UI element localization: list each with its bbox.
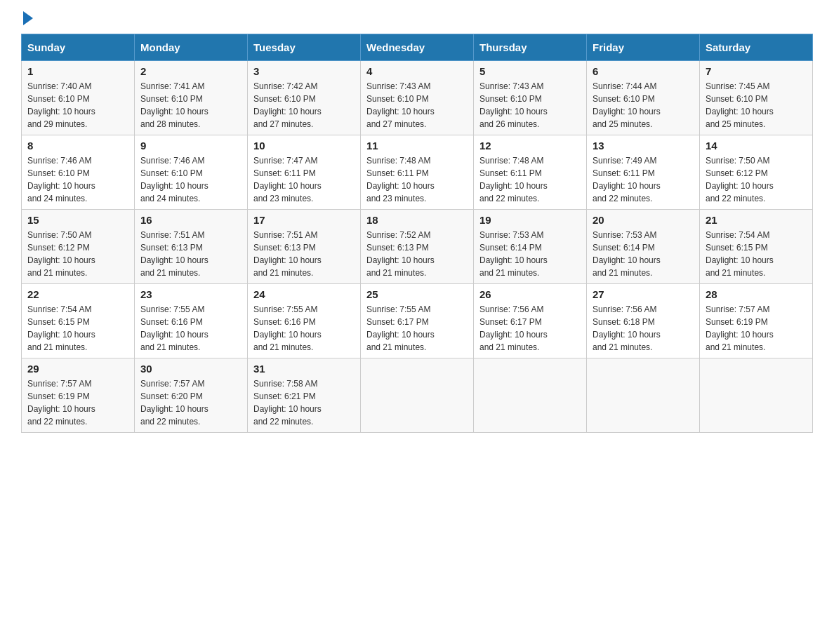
day-info: Sunrise: 7:57 AMSunset: 6:19 PMDaylight:… [27, 377, 128, 428]
calendar-cell: 28Sunrise: 7:57 AMSunset: 6:19 PMDayligh… [700, 284, 813, 358]
day-info: Sunrise: 7:49 AMSunset: 6:11 PMDaylight:… [593, 154, 694, 205]
day-info: Sunrise: 7:51 AMSunset: 6:13 PMDaylight:… [253, 229, 355, 279]
day-number: 31 [253, 363, 355, 375]
day-number: 25 [366, 288, 468, 300]
calendar-cell: 4Sunrise: 7:43 AMSunset: 6:10 PMDaylight… [361, 61, 474, 135]
day-info: Sunrise: 7:55 AMSunset: 6:16 PMDaylight:… [253, 303, 355, 354]
column-header-wednesday: Wednesday [361, 34, 474, 61]
day-info: Sunrise: 7:58 AMSunset: 6:21 PMDaylight:… [253, 377, 355, 428]
day-info: Sunrise: 7:56 AMSunset: 6:17 PMDaylight:… [479, 303, 581, 354]
header [21, 14, 813, 22]
calendar-cell: 6Sunrise: 7:44 AMSunset: 6:10 PMDaylight… [587, 61, 700, 135]
day-number: 23 [140, 288, 241, 300]
day-number: 13 [593, 140, 694, 152]
day-number: 8 [27, 140, 128, 152]
day-info: Sunrise: 7:54 AMSunset: 6:15 PMDaylight:… [27, 303, 128, 354]
calendar-cell [700, 358, 813, 433]
calendar-week-row: 29Sunrise: 7:57 AMSunset: 6:19 PMDayligh… [22, 358, 813, 433]
day-number: 9 [140, 140, 241, 152]
day-number: 14 [706, 140, 807, 152]
day-number: 2 [140, 65, 241, 77]
calendar-week-row: 8Sunrise: 7:46 AMSunset: 6:10 PMDaylight… [22, 135, 813, 210]
day-info: Sunrise: 7:48 AMSunset: 6:11 PMDaylight:… [479, 154, 581, 205]
calendar-cell: 10Sunrise: 7:47 AMSunset: 6:11 PMDayligh… [248, 135, 361, 210]
day-number: 7 [706, 65, 807, 77]
calendar-cell: 30Sunrise: 7:57 AMSunset: 6:20 PMDayligh… [135, 358, 248, 433]
day-number: 28 [706, 288, 807, 300]
calendar-cell: 26Sunrise: 7:56 AMSunset: 6:17 PMDayligh… [474, 284, 587, 358]
day-number: 3 [253, 65, 355, 77]
calendar-header-row: SundayMondayTuesdayWednesdayThursdayFrid… [22, 34, 813, 61]
calendar-cell: 24Sunrise: 7:55 AMSunset: 6:16 PMDayligh… [248, 284, 361, 358]
day-info: Sunrise: 7:57 AMSunset: 6:20 PMDaylight:… [140, 377, 241, 428]
column-header-saturday: Saturday [700, 34, 813, 61]
day-info: Sunrise: 7:53 AMSunset: 6:14 PMDaylight:… [593, 229, 694, 279]
day-number: 21 [706, 214, 807, 226]
day-info: Sunrise: 7:45 AMSunset: 6:10 PMDaylight:… [706, 80, 807, 130]
day-info: Sunrise: 7:48 AMSunset: 6:11 PMDaylight:… [366, 154, 468, 205]
day-number: 26 [479, 288, 581, 300]
day-info: Sunrise: 7:56 AMSunset: 6:18 PMDaylight:… [593, 303, 694, 354]
calendar-cell: 16Sunrise: 7:51 AMSunset: 6:13 PMDayligh… [135, 210, 248, 284]
calendar-cell: 31Sunrise: 7:58 AMSunset: 6:21 PMDayligh… [248, 358, 361, 433]
day-info: Sunrise: 7:50 AMSunset: 6:12 PMDaylight:… [706, 154, 807, 205]
calendar-cell [587, 358, 700, 433]
calendar-cell [474, 358, 587, 433]
calendar-table: SundayMondayTuesdayWednesdayThursdayFrid… [21, 34, 813, 433]
day-number: 5 [479, 65, 581, 77]
calendar-cell: 3Sunrise: 7:42 AMSunset: 6:10 PMDaylight… [248, 61, 361, 135]
day-info: Sunrise: 7:55 AMSunset: 6:17 PMDaylight:… [366, 303, 468, 354]
day-number: 29 [27, 363, 128, 375]
calendar-week-row: 22Sunrise: 7:54 AMSunset: 6:15 PMDayligh… [22, 284, 813, 358]
day-number: 12 [479, 140, 581, 152]
calendar-cell: 7Sunrise: 7:45 AMSunset: 6:10 PMDaylight… [700, 61, 813, 135]
calendar-cell: 21Sunrise: 7:54 AMSunset: 6:15 PMDayligh… [700, 210, 813, 284]
column-header-monday: Monday [135, 34, 248, 61]
day-number: 10 [253, 140, 355, 152]
calendar-cell: 20Sunrise: 7:53 AMSunset: 6:14 PMDayligh… [587, 210, 700, 284]
day-info: Sunrise: 7:53 AMSunset: 6:14 PMDaylight:… [479, 229, 581, 279]
day-info: Sunrise: 7:50 AMSunset: 6:12 PMDaylight:… [27, 229, 128, 279]
calendar-cell: 23Sunrise: 7:55 AMSunset: 6:16 PMDayligh… [135, 284, 248, 358]
day-number: 16 [140, 214, 241, 226]
column-header-tuesday: Tuesday [248, 34, 361, 61]
day-info: Sunrise: 7:41 AMSunset: 6:10 PMDaylight:… [140, 80, 241, 130]
day-number: 1 [27, 65, 128, 77]
day-number: 20 [593, 214, 694, 226]
day-info: Sunrise: 7:40 AMSunset: 6:10 PMDaylight:… [27, 80, 128, 130]
calendar-cell: 17Sunrise: 7:51 AMSunset: 6:13 PMDayligh… [248, 210, 361, 284]
day-info: Sunrise: 7:57 AMSunset: 6:19 PMDaylight:… [706, 303, 807, 354]
day-info: Sunrise: 7:55 AMSunset: 6:16 PMDaylight:… [140, 303, 241, 354]
day-info: Sunrise: 7:44 AMSunset: 6:10 PMDaylight:… [593, 80, 694, 130]
calendar-body: 1Sunrise: 7:40 AMSunset: 6:10 PMDaylight… [22, 61, 813, 433]
day-number: 15 [27, 214, 128, 226]
day-info: Sunrise: 7:43 AMSunset: 6:10 PMDaylight:… [366, 80, 468, 130]
calendar-cell: 13Sunrise: 7:49 AMSunset: 6:11 PMDayligh… [587, 135, 700, 210]
calendar-cell: 9Sunrise: 7:46 AMSunset: 6:10 PMDaylight… [135, 135, 248, 210]
day-info: Sunrise: 7:43 AMSunset: 6:10 PMDaylight:… [479, 80, 581, 130]
calendar-cell: 22Sunrise: 7:54 AMSunset: 6:15 PMDayligh… [22, 284, 135, 358]
logo [21, 14, 33, 22]
day-number: 17 [253, 214, 355, 226]
calendar-week-row: 1Sunrise: 7:40 AMSunset: 6:10 PMDaylight… [22, 61, 813, 135]
calendar-cell: 27Sunrise: 7:56 AMSunset: 6:18 PMDayligh… [587, 284, 700, 358]
column-header-sunday: Sunday [22, 34, 135, 61]
column-header-thursday: Thursday [474, 34, 587, 61]
calendar-cell: 11Sunrise: 7:48 AMSunset: 6:11 PMDayligh… [361, 135, 474, 210]
calendar-cell [361, 358, 474, 433]
logo-arrow-icon [23, 11, 33, 25]
day-number: 30 [140, 363, 241, 375]
day-number: 18 [366, 214, 468, 226]
day-info: Sunrise: 7:46 AMSunset: 6:10 PMDaylight:… [140, 154, 241, 205]
day-number: 24 [253, 288, 355, 300]
day-info: Sunrise: 7:54 AMSunset: 6:15 PMDaylight:… [706, 229, 807, 279]
day-info: Sunrise: 7:46 AMSunset: 6:10 PMDaylight:… [27, 154, 128, 205]
calendar-cell: 15Sunrise: 7:50 AMSunset: 6:12 PMDayligh… [22, 210, 135, 284]
day-info: Sunrise: 7:52 AMSunset: 6:13 PMDaylight:… [366, 229, 468, 279]
column-header-friday: Friday [587, 34, 700, 61]
day-info: Sunrise: 7:42 AMSunset: 6:10 PMDaylight:… [253, 80, 355, 130]
day-info: Sunrise: 7:47 AMSunset: 6:11 PMDaylight:… [253, 154, 355, 205]
calendar-cell: 2Sunrise: 7:41 AMSunset: 6:10 PMDaylight… [135, 61, 248, 135]
calendar-cell: 8Sunrise: 7:46 AMSunset: 6:10 PMDaylight… [22, 135, 135, 210]
calendar-cell: 5Sunrise: 7:43 AMSunset: 6:10 PMDaylight… [474, 61, 587, 135]
